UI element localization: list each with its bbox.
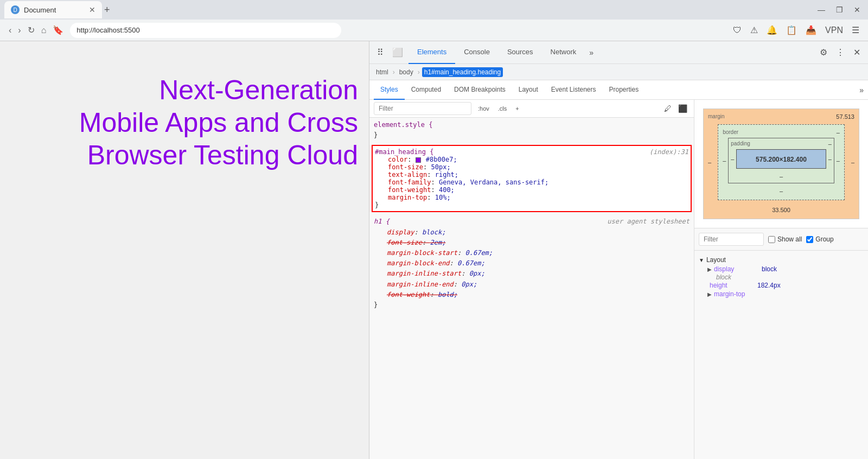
user-agent-source: user agent stylesheet <box>607 216 690 227</box>
border-box: border – – padding <box>718 124 845 200</box>
ua-margin-block-start-property: margin-block-start: 0.67em; <box>374 248 690 258</box>
close-window-button[interactable]: ✕ <box>851 4 864 15</box>
computed-section: Layout ▶ display block block height 182.… <box>694 251 868 303</box>
menu-button[interactable]: ☰ <box>850 23 861 37</box>
css-color-property: color: #8b00e7; <box>375 156 688 163</box>
sub-tab-computed[interactable]: Computed <box>405 80 448 100</box>
computed-display-value: block <box>699 273 864 281</box>
box-model-panel: margin 57.513 – border – <box>694 100 868 459</box>
computed-filter-bar: Show all Group <box>694 228 868 251</box>
group-checkbox[interactable] <box>806 236 813 243</box>
page-heading: Next-Generation Mobile Apps and Cross Br… <box>79 74 358 171</box>
ua-fontsize-property: font-size: 2em; <box>374 238 690 248</box>
inspect-element-button[interactable]: ⠿ <box>374 45 387 60</box>
tab-console[interactable]: Console <box>455 41 499 64</box>
color-swatch[interactable] <box>416 157 421 163</box>
tab-close-btn[interactable]: ✕ <box>89 5 95 14</box>
tab-sources[interactable]: Sources <box>499 41 542 64</box>
css-textalign-property: text-align: right; <box>375 171 688 178</box>
browser-tab[interactable]: D Document ✕ <box>4 1 102 18</box>
back-button[interactable]: ‹ <box>7 23 14 37</box>
sub-tab-dom-breakpoints[interactable]: DOM Breakpoints <box>448 80 512 100</box>
ua-fontweight-property: font-weight: bold; <box>374 290 690 300</box>
css-fontfamily-property: font-family: Geneva, Verdana, sans-serif… <box>375 178 688 186</box>
tab-title: Document <box>24 6 56 14</box>
css-fontweight-property: font-weight: 400; <box>375 186 688 194</box>
tab-network[interactable]: Network <box>542 41 585 64</box>
cls-button[interactable]: .cls <box>496 104 509 113</box>
computed-margintop-item: ▶ margin-top <box>699 290 864 298</box>
address-bar: ‹ › ↻ ⌂ 🔖 http://localhost:5500 🛡 ⚠ 🔔 📋 … <box>0 20 868 41</box>
maximize-button[interactable]: ❐ <box>833 4 846 15</box>
tab-elements[interactable]: Elements <box>409 41 455 64</box>
add-style-button[interactable]: + <box>513 104 521 113</box>
element-style-rule: element.style { } <box>369 118 694 143</box>
sub-tabs-more-button[interactable]: » <box>859 86 864 94</box>
box-model-diagram: margin 57.513 – border – <box>694 100 868 228</box>
hov-button[interactable]: :hov <box>476 104 492 113</box>
extensions-icon[interactable]: 🔔 <box>764 23 780 37</box>
breadcrumb-h1[interactable]: h1#main_heading.heading <box>422 67 503 77</box>
margin-box: margin 57.513 – border – <box>703 109 859 219</box>
new-style-rule-icon[interactable]: ⬛ <box>676 103 690 114</box>
sub-tab-properties[interactable]: Properties <box>603 80 646 100</box>
styles-filter-input[interactable] <box>374 102 471 115</box>
sub-tab-styles[interactable]: Styles <box>374 80 405 100</box>
vpn-button[interactable]: VPN <box>823 23 845 37</box>
window-controls: — ❐ ✕ <box>814 4 864 15</box>
devtools-toolbar: ⠿ ⬜ Elements Console Sources Network » ⚙ <box>369 41 868 64</box>
sub-tabs: Styles Computed DOM Breakpoints Layout E… <box>369 80 868 100</box>
computed-height-item: height 182.4px <box>699 281 864 290</box>
css-source-link[interactable]: (index):31 <box>649 148 688 156</box>
ua-margin-inline-end-property: margin-inline-end: 0px; <box>374 279 690 290</box>
reload-button[interactable]: ↻ <box>25 23 37 37</box>
computed-display-item: ▶ display block <box>699 265 864 273</box>
breadcrumb-html[interactable]: html <box>374 67 391 77</box>
url-input[interactable]: http://localhost:5500 <box>70 23 341 38</box>
ua-margin-block-end-property: margin-block-end: 0.67em; <box>374 258 690 269</box>
css-fontsize-property: font-size: 50px; <box>375 163 688 171</box>
devtools-close-button[interactable]: ✕ <box>850 45 864 60</box>
show-all-checkbox[interactable] <box>768 236 775 243</box>
main-heading-rule: #main_heading { (index):31 color: #8b00e… <box>372 145 692 212</box>
css-margintop-property: margin-top: 10%; <box>375 194 688 201</box>
ua-margin-inline-start-property: margin-inline-start: 0px; <box>374 269 690 279</box>
element-style-selector: element.style { <box>374 121 432 129</box>
device-toolbar-button[interactable]: ⬜ <box>389 45 406 60</box>
shield-icon[interactable]: 🛡 <box>731 23 744 37</box>
sub-tab-event-listeners[interactable]: Event Listeners <box>545 80 603 100</box>
cast-icon[interactable]: 📋 <box>784 23 799 37</box>
devtools-more-options-button[interactable]: ⋮ <box>833 45 848 60</box>
devtools-settings-button[interactable]: ⚙ <box>816 45 831 60</box>
sub-tab-layout[interactable]: Layout <box>512 80 545 100</box>
minimize-button[interactable]: — <box>814 4 828 15</box>
box-dimensions: 575.200×182.400 <box>756 156 807 163</box>
group-label: Group <box>806 235 833 243</box>
filter-bar: :hov .cls + 🖊 ⬛ <box>369 100 694 118</box>
show-all-label: Show all <box>768 235 802 243</box>
bookmark-button[interactable]: 🔖 <box>50 23 66 37</box>
breadcrumb-body[interactable]: body <box>397 67 416 77</box>
devtools-panel: ⠿ ⬜ Elements Console Sources Network » ⚙ <box>369 41 868 459</box>
more-tabs-button[interactable]: » <box>585 46 598 59</box>
tab-favicon: D <box>11 5 20 14</box>
new-tab-button[interactable]: + <box>104 4 110 16</box>
download-icon[interactable]: 📥 <box>803 23 819 37</box>
breadcrumb: html › body › h1#main_heading.heading <box>369 64 868 80</box>
url-text: http://localhost:5500 <box>76 26 139 34</box>
user-agent-rule: h1 { user agent stylesheet display: bloc… <box>369 214 694 313</box>
page-content: Next-Generation Mobile Apps and Cross Br… <box>0 41 369 459</box>
main-heading-selector: #main_heading { <box>375 148 433 156</box>
home-button[interactable]: ⌂ <box>39 23 49 37</box>
toggle-element-state-icon[interactable]: 🖊 <box>662 103 674 114</box>
computed-filter-input[interactable] <box>699 233 764 246</box>
devtools-tabs: Elements Console Sources Network » <box>409 41 814 64</box>
styles-panel: :hov .cls + 🖊 ⬛ element.style { } <box>369 100 694 459</box>
forward-button[interactable]: › <box>16 23 23 37</box>
layout-group-header[interactable]: Layout <box>699 255 864 265</box>
ua-display-property: display: block; <box>374 227 690 238</box>
warning-icon[interactable]: ⚠ <box>748 23 760 37</box>
